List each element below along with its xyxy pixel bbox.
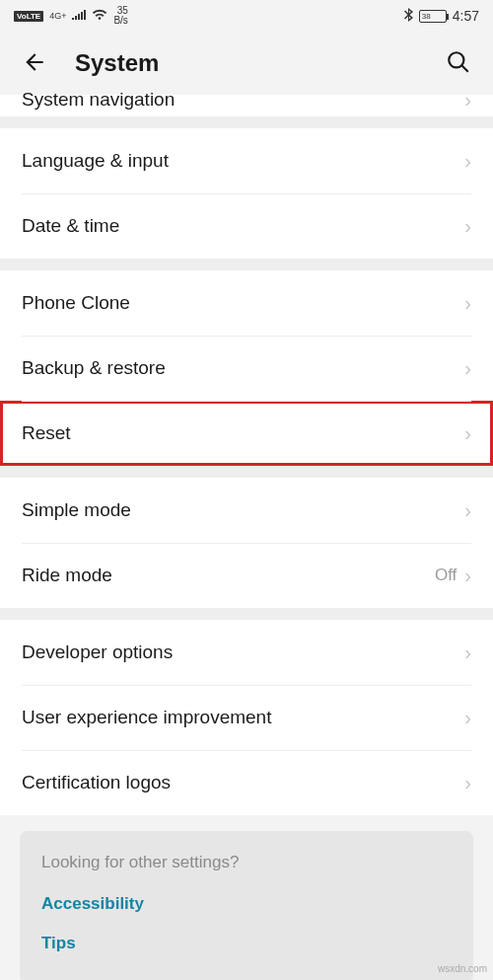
row-label: Reset [22, 422, 464, 444]
chevron-right-icon: › [464, 215, 471, 238]
search-icon [446, 49, 471, 75]
chevron-right-icon: › [464, 150, 471, 173]
network-gen: 4G+ [49, 11, 66, 21]
row-label: Developer options [22, 641, 464, 663]
row-value: Off [435, 565, 457, 585]
row-label: Backup & restore [22, 357, 464, 379]
more-settings-title: Looking for other settings? [41, 853, 452, 872]
settings-group-backup: Phone Clone › Backup & restore › Reset › [0, 270, 493, 466]
row-language-input[interactable]: Language & input › [0, 128, 493, 193]
row-date-time[interactable]: Date & time › [0, 193, 493, 259]
settings-group-language-date: Language & input › Date & time › [0, 128, 493, 259]
svg-line-1 [461, 65, 468, 72]
volte-badge: VoLTE [14, 11, 43, 22]
link-accessibility[interactable]: Accessibility [41, 894, 452, 914]
row-system-navigation[interactable]: System navigation › [0, 95, 493, 116]
wifi-icon [92, 9, 107, 24]
status-bar: VoLTE 4G+ 35 B/s 38 4:57 [0, 0, 493, 32]
row-ride-mode[interactable]: Ride mode Off › [0, 543, 493, 608]
chevron-right-icon: › [464, 292, 471, 315]
signal-icon [72, 9, 86, 23]
row-label: Simple mode [22, 499, 464, 521]
bluetooth-icon [404, 8, 413, 25]
status-right: 38 4:57 [404, 8, 479, 25]
row-label: System navigation [22, 89, 175, 111]
net-speed-indicator: 35 B/s [113, 6, 127, 26]
chevron-right-icon: › [464, 499, 471, 522]
chevron-right-icon: › [464, 772, 471, 794]
chevron-right-icon: › [464, 357, 471, 380]
status-left: VoLTE 4G+ 35 B/s [14, 6, 128, 26]
more-settings-card: Looking for other settings? Accessibilit… [20, 831, 473, 980]
battery-pct: 38 [422, 12, 431, 21]
settings-group-modes: Simple mode › Ride mode Off › [0, 478, 493, 608]
app-header: System [0, 32, 493, 95]
row-label: User experience improvement [22, 707, 464, 728]
row-label: Phone Clone [22, 292, 464, 314]
chevron-right-icon: › [464, 707, 471, 729]
back-button[interactable] [18, 45, 51, 82]
watermark: wsxdn.com [438, 963, 487, 974]
chevron-right-icon: › [464, 89, 471, 112]
row-developer-options[interactable]: Developer options › [0, 620, 493, 685]
chevron-right-icon: › [464, 422, 471, 445]
row-backup-restore[interactable]: Backup & restore › [0, 336, 493, 401]
battery-icon: 38 [419, 10, 447, 23]
row-label: Certification logos [22, 772, 464, 793]
clock: 4:57 [453, 8, 479, 24]
row-label: Language & input [22, 150, 464, 172]
section-gap [0, 116, 493, 128]
row-phone-clone[interactable]: Phone Clone › [0, 270, 493, 336]
row-label: Date & time [22, 215, 464, 237]
net-speed-unit: B/s [113, 16, 127, 26]
row-label: Ride mode [22, 565, 435, 586]
chevron-right-icon: › [464, 565, 471, 587]
settings-group-developer: Developer options › User experience impr… [0, 620, 493, 815]
row-user-experience-improvement[interactable]: User experience improvement › [0, 685, 493, 750]
section-gap [0, 608, 493, 620]
svg-point-0 [449, 52, 463, 67]
row-reset[interactable]: Reset › [0, 401, 493, 466]
section-gap [0, 466, 493, 478]
page-title: System [75, 49, 418, 77]
row-simple-mode[interactable]: Simple mode › [0, 478, 493, 543]
search-button[interactable] [442, 45, 475, 82]
section-gap [0, 259, 493, 270]
chevron-right-icon: › [464, 641, 471, 664]
row-certification-logos[interactable]: Certification logos › [0, 750, 493, 815]
back-arrow-icon [22, 49, 47, 75]
link-tips[interactable]: Tips [41, 934, 452, 953]
